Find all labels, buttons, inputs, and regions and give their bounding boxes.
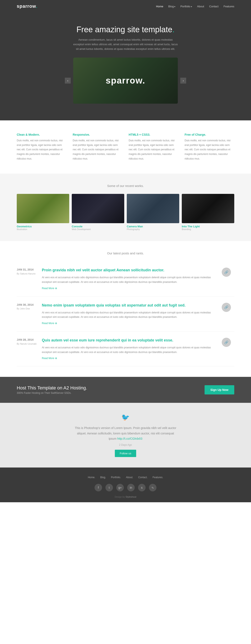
portfolio-title-0: Geometrics: [17, 225, 69, 228]
blog-title-2: Quis autem vel esse eum iure reprehender…: [42, 338, 218, 343]
portfolio-cat-2: Photography: [127, 228, 179, 230]
footer-copyright: Design by Styleshout: [17, 496, 234, 498]
footer-link-portfolio[interactable]: Portfolio.: [111, 476, 121, 479]
blog-date-1: JAN 30, 2014 By John Doe: [17, 303, 38, 311]
feature-responsive-title: Responsive.: [73, 133, 123, 136]
hero-description: Aenean condimentum, lacus sit amet luctu…: [73, 38, 178, 51]
blog-post-2: JAN 28, 2014 By Naruto Uzumaki Quis aute…: [17, 332, 234, 366]
read-more-1[interactable]: Read More: [42, 322, 57, 325]
blog-icon-2[interactable]: 🔗: [222, 338, 231, 347]
blog-content-0: Proin gravida nibh vel velit auctor aliq…: [42, 268, 218, 290]
portfolio-thumb-silhouette: [182, 194, 234, 223]
hosting-cta-title: Host This Template on A2 Hosting.: [17, 385, 87, 391]
hosting-cta-subtitle: 300% Faster Hosting on Their SwiftServer…: [17, 392, 87, 394]
rss-icon[interactable]: ∿: [149, 484, 156, 491]
feature-html5-title: HTML5 + CSS3.: [129, 133, 178, 136]
footer-links: Home. Blog. Portfolio. About. Contact. F…: [17, 476, 234, 479]
blog-date-2: JAN 28, 2014 By Naruto Uzumaki: [17, 338, 38, 346]
slider-left-arrow[interactable]: ‹: [65, 78, 71, 84]
footer-link-contact[interactable]: Contact.: [138, 476, 148, 479]
twitter-ago: 2 Days Ago: [17, 444, 234, 446]
twitter-text: This is Photoshop's version of Lorem Ips…: [73, 426, 178, 441]
footer-link-blog[interactable]: Blog.: [100, 476, 106, 479]
feature-free-text: Duis mollis, est non commodo luctus, nis…: [185, 138, 235, 161]
read-more-0[interactable]: Read More: [42, 287, 57, 290]
blog-excerpt-2: At vero eos et accusamus et iusto odio d…: [42, 346, 218, 354]
nav-home[interactable]: Home: [156, 5, 163, 8]
read-more-2[interactable]: Read More: [42, 357, 57, 360]
twitter-link[interactable]: http://t.co/CGlrdxlI3: [117, 437, 142, 440]
nav-blog[interactable]: Blog: [168, 5, 176, 8]
blog-title-1: Nemo enim ipsam voluptatem quia voluptas…: [42, 303, 218, 308]
nav-portfolio[interactable]: Portfolio: [180, 5, 192, 8]
blog-post-0: JAN 31, 2014 By Sakura Haruno Proin grav…: [17, 261, 234, 296]
hero-slider: sparrow.: [73, 58, 178, 104]
portfolio-cat-1: Web Development: [72, 228, 124, 230]
portfolio-thumb-dark: [72, 194, 124, 223]
blog-excerpt-0: At vero eos et accusamus et iusto odio d…: [42, 275, 218, 284]
portfolio-item-geometrics[interactable]: Geometrics Illustration: [17, 194, 69, 230]
portfolio-section: Some of our recent works. Geometrics Ill…: [0, 174, 251, 241]
footer-link-features[interactable]: Features.: [153, 476, 163, 479]
blog-icon-0[interactable]: 🔗: [222, 268, 231, 277]
linkedin-icon[interactable]: in: [127, 484, 135, 491]
feature-clean-text: Duis mollis, est non commodo luctus, nis…: [17, 138, 66, 161]
twitter-section: 🐦 This is Photoshop's version of Lorem I…: [0, 403, 251, 468]
feature-html5: HTML5 + CSS3. Duis mollis, est non commo…: [129, 133, 178, 161]
portfolio-thumb-green: [17, 194, 69, 223]
footer-link-about[interactable]: About.: [126, 476, 133, 479]
hero-section: Free amazing site template. Aenean condi…: [0, 12, 251, 120]
blog-title-0: Proin gravida nibh vel velit auctor aliq…: [42, 268, 218, 273]
nav-links: Home Blog Portfolio About Contact Featur…: [156, 5, 234, 8]
twitter-icon[interactable]: t: [105, 484, 113, 491]
feature-html5-text: Duis mollis, est non commodo luctus, nis…: [129, 138, 178, 161]
navbar: sparrow. Home Blog Portfolio About Conta…: [0, 0, 251, 12]
blog-post-1: JAN 30, 2014 By John Doe Nemo enim ipsam…: [17, 296, 234, 332]
blog-excerpt-1: At vero eos et accusamus et iusto odio d…: [42, 310, 218, 320]
hero-slider-wrap: ‹ sparrow. ›: [73, 58, 178, 104]
feature-free-title: Free of Charge.: [185, 133, 235, 136]
feature-responsive-text: Duis mollis, est non commodo luctus, nis…: [73, 138, 123, 161]
blog-section-title: Our latest posts and rants.: [17, 252, 234, 255]
facebook-icon[interactable]: f: [95, 484, 102, 491]
follow-button[interactable]: Follow us: [115, 450, 136, 457]
blog-content-2: Quis autem vel esse eum iure reprehender…: [42, 338, 218, 360]
blog-section: Our latest posts and rants. JAN 31, 2014…: [0, 241, 251, 377]
portfolio-section-title: Some of our recent works.: [17, 184, 234, 188]
portfolio-cat-3: Branding: [182, 228, 234, 230]
features-section: Clean & Modern. Duis mollis, est non com…: [0, 120, 251, 174]
footer: Home. Blog. Portfolio. About. Contact. F…: [0, 468, 251, 502]
feature-responsive: Responsive. Duis mollis, est non commodo…: [73, 133, 123, 161]
googleplus-icon[interactable]: g+: [116, 484, 124, 491]
twitter-bird-icon: 🐦: [17, 413, 234, 421]
footer-styleshout-link[interactable]: Styleshout: [125, 496, 136, 498]
portfolio-item-camera[interactable]: Camera Man Photography: [127, 194, 179, 230]
slider-right-arrow[interactable]: ›: [180, 78, 186, 84]
blog-icon-1[interactable]: 🔗: [222, 303, 231, 312]
feature-clean: Clean & Modern. Duis mollis, est non com…: [17, 133, 66, 161]
nav-features[interactable]: Features: [224, 5, 234, 8]
hosting-cta-section: Host This Template on A2 Hosting. 300% F…: [0, 377, 251, 403]
feature-clean-title: Clean & Modern.: [17, 133, 66, 136]
footer-social: f t g+ in s ∿: [17, 484, 234, 491]
portfolio-title-1: Console: [72, 225, 124, 228]
nav-logo: sparrow.: [17, 4, 37, 9]
blog-date-0: JAN 31, 2014 By Sakura Haruno: [17, 268, 38, 276]
slider-brand: sparrow.: [106, 76, 145, 86]
portfolio-title-2: Camera Man: [127, 225, 179, 228]
portfolio-grid: Geometrics Illustration Console Web Deve…: [17, 194, 234, 230]
portfolio-item-console[interactable]: Console Web Development: [72, 194, 124, 230]
nav-about[interactable]: About: [197, 5, 204, 8]
portfolio-thumb-camera: [127, 194, 179, 223]
hosting-cta-text: Host This Template on A2 Hosting. 300% F…: [17, 385, 87, 394]
blog-content-1: Nemo enim ipsam voluptatem quia voluptas…: [42, 303, 218, 325]
feature-free: Free of Charge. Duis mollis, est non com…: [185, 133, 235, 161]
footer-link-home[interactable]: Home.: [88, 476, 95, 479]
portfolio-item-light[interactable]: Into The Light Branding: [182, 194, 234, 230]
hero-title: Free amazing site template.: [17, 25, 234, 34]
sign-up-now-button[interactable]: Sign Up Now: [205, 385, 234, 394]
portfolio-title-3: Into The Light: [182, 225, 234, 228]
skype-icon[interactable]: s: [138, 484, 146, 491]
portfolio-cat-0: Illustration: [17, 228, 69, 230]
nav-contact[interactable]: Contact: [209, 5, 219, 8]
